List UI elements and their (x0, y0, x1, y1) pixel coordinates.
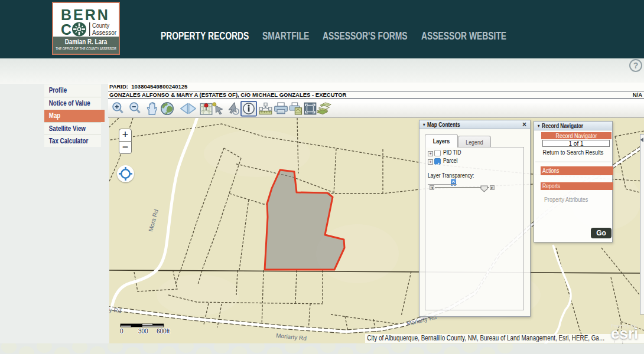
svg-text:0: 0 (120, 328, 123, 335)
svg-text:C: C (61, 21, 71, 38)
svg-text:County: County (92, 22, 109, 29)
svg-text:arty Rd: arty Rd (109, 306, 122, 314)
svg-text:600ft: 600ft (157, 328, 170, 335)
svg-text:300: 300 (138, 328, 148, 335)
svg-text:Assessor: Assessor (92, 30, 117, 36)
